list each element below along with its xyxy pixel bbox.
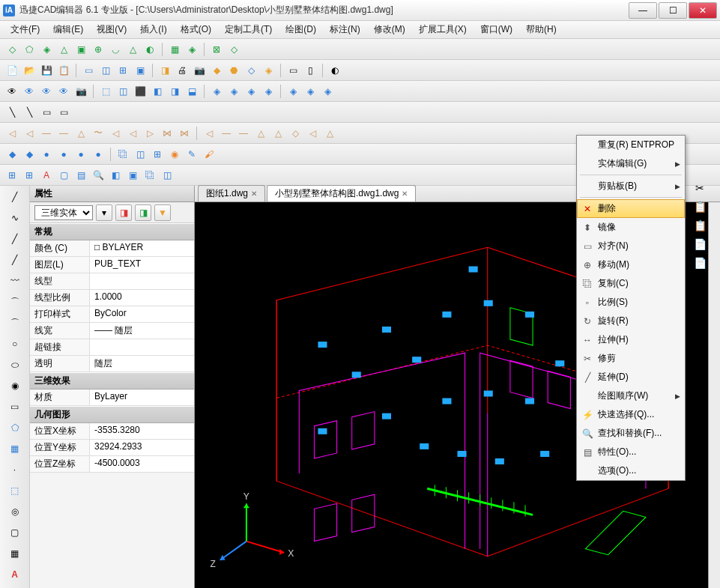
ray-tool-icon[interactable]: ╱ [7,231,23,247]
menu-item[interactable]: 标注(N) [324,22,366,37]
clipboard-tool-icon[interactable]: ✂ [689,180,711,196]
clipboard-tool-icon[interactable]: 📄 [689,255,711,271]
copy-icon[interactable]: ⊞ [150,147,165,162]
prop-tool-button[interactable]: ◨ [115,204,132,221]
circle-tool-icon[interactable]: ◎ [7,503,23,520]
context-menu-item[interactable]: 实体编辑(G)▶ [577,154,685,173]
tool-icon[interactable]: ✎ [184,147,199,162]
tool-icon[interactable]: ⬣ [226,63,241,78]
copy-icon[interactable]: ⿻ [115,147,130,162]
arc-tool-icon[interactable]: ⌒ [7,294,23,310]
iso-icon[interactable]: ◈ [209,84,224,99]
tool-icon[interactable]: ◇ [243,63,258,78]
shape-icon[interactable]: ◡ [108,42,123,57]
window-icon[interactable]: ◫ [98,63,113,78]
property-value[interactable]: —— 随层 [90,323,194,339]
menu-item[interactable]: 编辑(E) [47,22,89,37]
property-value[interactable]: PUB_TEXT [90,257,194,273]
dim-icon[interactable]: 〜 [91,126,106,141]
dim-icon[interactable]: △ [253,126,268,141]
property-section-header[interactable]: 常规 [30,223,194,240]
context-menu-item[interactable]: ▫比例(S) [577,293,685,312]
dim-icon[interactable]: △ [270,126,285,141]
spline-tool-icon[interactable]: 〰 [7,273,23,289]
dim-icon[interactable]: — [39,126,54,141]
shape-icon[interactable]: ◇ [226,42,241,57]
dim-icon[interactable]: — [56,126,71,141]
menu-item[interactable]: 定制工具(T) [219,22,278,37]
document-tab[interactable]: 图纸1.dwg✕ [198,185,265,201]
context-menu-item[interactable]: ▤特性(O)... [577,443,685,461]
modify-icon[interactable]: ▢ [56,168,71,183]
clipboard-tool-icon[interactable]: ✓ [689,273,711,290]
iso-icon[interactable]: ◈ [285,84,300,99]
shape-icon[interactable]: ◐ [142,42,157,57]
line-icon[interactable]: ╲ [4,105,19,120]
line-icon[interactable]: ╲ [22,105,37,120]
dim-icon[interactable]: ⋈ [177,126,192,141]
ellipse-tool-icon[interactable]: ⬭ [7,357,23,373]
property-section-header[interactable]: 三维效果 [30,372,194,390]
property-value[interactable] [90,273,194,289]
property-section-header[interactable]: 几何图形 [30,406,194,423]
modify-icon[interactable]: ⊞ [22,168,37,183]
context-menu-item[interactable]: ✕删除 [577,199,685,218]
tool-icon[interactable]: ▭ [285,63,300,78]
tool-icon[interactable]: ◉ [167,147,182,162]
iso-icon[interactable]: ◈ [243,84,258,99]
point-tool-icon[interactable]: · [7,461,23,478]
polygon-tool-icon[interactable]: ⬠ [7,419,23,436]
context-menu-item[interactable]: ↔拉伸(H) [577,330,685,349]
property-value[interactable]: 32924.2933 [90,440,194,455]
solid-icon[interactable]: ● [73,147,88,162]
iso-icon[interactable]: ◈ [226,84,241,99]
modify-icon[interactable]: ◫ [160,168,175,183]
dim-icon[interactable]: ◁ [22,126,37,141]
minimize-button[interactable]: — [629,2,657,19]
polyline-tool-icon[interactable]: ∿ [7,210,23,226]
cube-icon[interactable]: ◧ [150,84,165,99]
camera-icon[interactable]: 📷 [73,84,88,99]
open-icon[interactable]: 📂 [22,63,37,78]
layer-icon[interactable]: ◨ [157,63,172,78]
context-menu-item[interactable]: ↻旋转(R) [577,312,685,330]
context-menu-item[interactable]: ⚡快速选择(Q)... [577,405,685,424]
document-tab[interactable]: 小型别墅整体结构图.dwg1.dwg✕ [267,185,416,201]
clipboard-tool-icon[interactable]: 📄 [689,236,711,252]
arc-tool-icon[interactable]: ⌒ [7,315,23,331]
dim-icon[interactable]: △ [73,126,88,141]
menu-item[interactable]: 修改(M) [368,22,411,37]
dim-icon[interactable]: ◁ [305,126,320,141]
context-menu-item[interactable]: 🔍查找和替换(F)... [577,424,685,443]
eye-icon[interactable]: 👁 [4,84,19,99]
menu-item[interactable]: 扩展工具(X) [413,22,473,37]
entity-type-select[interactable]: 三维实体 [34,205,93,220]
property-value[interactable]: ByLayer [90,390,194,405]
dim-icon[interactable]: △ [322,126,337,141]
dim-icon[interactable]: ◁ [108,126,123,141]
dim-icon[interactable]: ▷ [142,126,157,141]
menu-item[interactable]: 格式(O) [175,22,217,37]
modify-icon[interactable]: ⊞ [4,168,19,183]
tool-icon[interactable]: ◐ [327,63,342,78]
dim-icon[interactable]: ◁ [202,126,217,141]
property-value[interactable] [90,339,194,355]
tab-close-icon[interactable]: ✕ [251,190,257,198]
region-tool-icon[interactable]: ▢ [7,524,23,541]
camera-icon[interactable]: 📷 [192,63,207,78]
line-tool-icon[interactable]: ╱ [7,189,23,205]
menu-item[interactable]: 窗口(W) [474,22,518,37]
context-menu-item[interactable]: 剪贴板(B)▶ [577,177,685,196]
context-menu-item[interactable]: ▭对齐(N) [577,237,685,255]
context-menu-item[interactable]: ╱延伸(D) [577,368,685,387]
context-menu-item[interactable]: 重复(R) ENTPROP [577,136,685,154]
xline-tool-icon[interactable]: ╱ [7,252,23,268]
solid-icon[interactable]: ◆ [4,147,19,162]
cube-icon[interactable]: ⬓ [184,84,199,99]
shape-icon[interactable]: ⊕ [91,42,106,57]
context-menu-item[interactable]: ✂修剪 [577,349,685,368]
close-button[interactable]: ✕ [689,2,717,19]
modify-icon[interactable]: ▤ [73,168,88,183]
circle-tool-icon[interactable]: ○ [7,336,23,352]
window-icon[interactable]: ▭ [81,63,96,78]
